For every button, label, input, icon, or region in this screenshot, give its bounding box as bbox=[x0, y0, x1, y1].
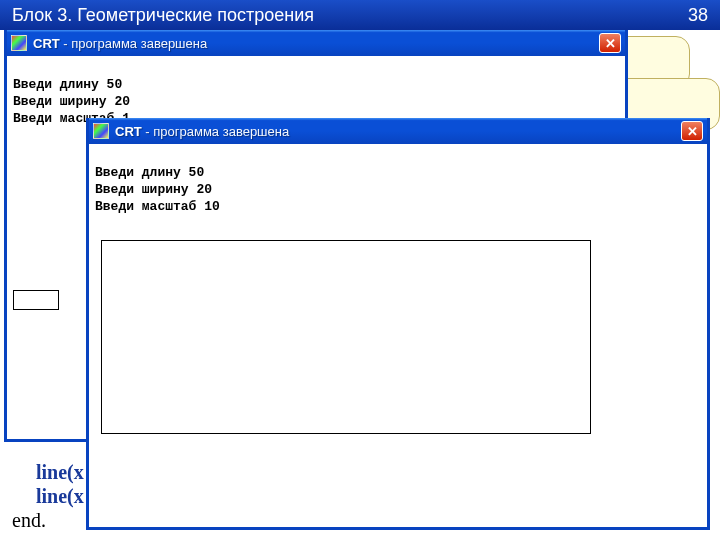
drawn-rectangle-small bbox=[13, 290, 59, 310]
header-page-number: 38 bbox=[688, 5, 708, 26]
console-line: Введи масштаб 10 bbox=[95, 199, 220, 214]
content-area: line(x line(x end. CRT - программа завер… bbox=[0, 30, 720, 540]
console-front: Введи длину 50 Введи ширину 20 Введи мас… bbox=[89, 144, 707, 526]
close-glyph: ✕ bbox=[605, 36, 616, 51]
header-title: Блок 3. Геометрические построения bbox=[12, 5, 314, 26]
close-icon[interactable]: ✕ bbox=[681, 121, 703, 141]
console-line: Введи длину 50 bbox=[13, 77, 122, 92]
console-line: Введи ширину 20 bbox=[13, 94, 130, 109]
title-suffix: - программа завершена bbox=[63, 36, 207, 51]
title-app: CRT bbox=[33, 36, 60, 51]
app-icon bbox=[11, 35, 27, 51]
title-suffix: - программа завершена bbox=[145, 124, 289, 139]
close-icon[interactable]: ✕ bbox=[599, 33, 621, 53]
page-header: Блок 3. Геометрические построения 38 bbox=[0, 0, 720, 30]
code-snippet: line(x line(x end. bbox=[12, 460, 84, 532]
drawn-rectangle-large bbox=[101, 240, 591, 434]
console-line: Введи длину 50 bbox=[95, 165, 204, 180]
window-title: CRT - программа завершена bbox=[33, 36, 599, 51]
app-icon bbox=[93, 123, 109, 139]
close-glyph: ✕ bbox=[687, 124, 698, 139]
titlebar-front[interactable]: CRT - программа завершена ✕ bbox=[89, 118, 707, 144]
window-title: CRT - программа завершена bbox=[115, 124, 681, 139]
code-line: line(x bbox=[36, 485, 84, 507]
title-app: CRT bbox=[115, 124, 142, 139]
code-end: end. bbox=[12, 509, 46, 531]
titlebar-back[interactable]: CRT - программа завершена ✕ bbox=[7, 30, 625, 56]
console-line: Введи ширину 20 bbox=[95, 182, 212, 197]
code-line: line(x bbox=[36, 461, 84, 483]
window-crt-front: CRT - программа завершена ✕ Введи длину … bbox=[86, 118, 710, 530]
